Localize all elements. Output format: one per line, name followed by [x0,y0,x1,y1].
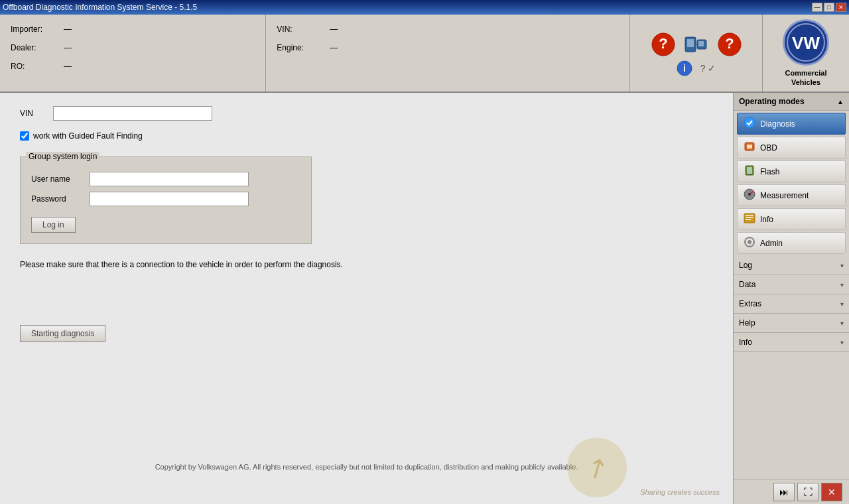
help-section: Help ▾ [734,314,849,333]
svg-text:VW: VW [792,33,820,53]
operating-modes-arrow-icon: ▲ [837,98,844,105]
guided-fault-row: work with Guided Fault Finding [20,131,713,141]
mode-admin-label: Admin [760,239,840,248]
info-arrow-icon: ▾ [840,339,844,346]
content-area: VIN work with Guided Fault Finding Group… [0,93,849,504]
close-icon: ✕ [828,487,836,497]
info-section: Info ▾ [734,333,849,352]
engine-label: Engine: [277,43,330,52]
help-red-icon[interactable]: ? [649,31,677,58]
importer-value: — [64,25,255,34]
mode-info-label: Info [760,215,840,224]
mode-obd-label: OBD [760,143,840,153]
connect-icon[interactable] [683,31,710,58]
vin-header-label: VIN: [277,25,330,34]
svg-text:?: ? [659,35,667,52]
info-red-icon[interactable]: ? [716,31,744,58]
question-mark-icon[interactable]: ? ✓ [699,61,718,76]
engine-value: — [330,43,619,52]
log-arrow-icon: ▾ [840,262,844,269]
password-label: Password [31,194,84,204]
svg-point-20 [748,193,751,196]
window-close-button[interactable]: ✕ [836,3,846,12]
header-icons: ? ? [630,15,763,92]
mode-measurement-label: Measurement [760,191,840,200]
dealer-label: Dealer: [11,43,64,52]
guided-fault-checkbox[interactable] [20,131,29,141]
data-section-header[interactable]: Data ▾ [734,275,849,294]
help-arrow-icon: ▾ [840,320,844,327]
minimize-button[interactable]: — [812,3,822,12]
info-section-header[interactable]: Info ▾ [734,333,849,351]
svg-rect-3 [687,39,694,47]
help-section-header[interactable]: Help ▾ [734,314,849,332]
login-button[interactable]: Log in [31,217,76,233]
extras-label: Extras [739,299,761,308]
forward-icon: ⏭ [779,487,789,497]
flash-icon [743,164,756,178]
svg-point-13 [744,117,755,128]
header-icons-row2: i ? ✓ [675,61,718,76]
data-section: Data ▾ [734,275,849,294]
op-modes-list: Diagnosis OBD [734,111,849,256]
vin-label: VIN [20,109,46,118]
username-row: User name [31,172,300,186]
sidebar-close-button[interactable]: ✕ [821,483,842,501]
password-row: Password [31,192,300,206]
maximize-button[interactable]: □ [824,3,834,12]
notice-text: Please make sure that there is a connect… [20,260,484,269]
svg-text:i: i [683,63,686,74]
password-input[interactable] [90,192,249,206]
svg-point-26 [748,240,751,244]
extras-section: Extras ▾ [734,294,849,314]
extras-section-header[interactable]: Extras ▾ [734,294,849,313]
main-panel: VIN work with Guided Fault Finding Group… [0,93,733,504]
svg-rect-23 [746,217,753,218]
operating-modes-label: Operating modes [739,97,805,106]
svg-rect-18 [748,174,751,175]
info-label: Info [739,338,752,347]
info-blue-icon[interactable]: i [675,61,694,76]
log-label: Log [739,261,752,270]
help-label: Help [739,318,755,328]
operating-modes-header[interactable]: Operating modes ▲ [734,93,849,111]
right-sidebar: Operating modes ▲ Diagnosis [733,93,849,504]
vin-row: VIN [20,106,713,121]
vin-header-value: — [330,25,619,34]
header-logo: VW CommercialVehicles [763,15,849,92]
mode-admin-button[interactable]: Admin [737,232,846,254]
mode-diagnosis-button[interactable]: Diagnosis [737,113,846,135]
mode-info-button[interactable]: Info [737,208,846,230]
zoom-button[interactable]: ⛶ [797,483,818,501]
info-mode-icon [743,212,756,226]
header-icons-row1: ? ? [649,31,744,58]
titlebar-title: Offboard Diagnostic Information System S… [3,3,197,12]
username-input[interactable] [90,172,249,186]
username-label: User name [31,174,84,184]
header-left: Importer: — Dealer: — RO: — [0,15,266,92]
mode-diagnosis-label: Diagnosis [760,119,840,129]
app: Importer: — Dealer: — RO: — VIN: — Engin… [0,15,849,504]
measurement-icon [743,188,756,202]
extras-arrow-icon: ▾ [840,300,844,308]
bottom-toolbar: ⏭ ⛶ ✕ [734,479,849,504]
data-arrow-icon: ▾ [840,281,844,288]
svg-rect-22 [746,215,753,216]
watermark-icon: ↗ [556,427,638,504]
forward-button[interactable]: ⏭ [773,483,795,501]
dealer-value: — [64,43,255,52]
group-login-legend: Group system login [26,152,99,161]
mode-obd-button[interactable]: OBD [737,137,846,158]
data-label: Data [739,280,755,289]
log-section-header[interactable]: Log ▾ [734,256,849,275]
mode-flash-button[interactable]: Flash [737,160,846,182]
start-diagnosis-button[interactable]: Starting diagnosis [20,325,105,342]
vw-logo-icon: VW [783,19,829,66]
commercial-vehicles-label: CommercialVehicles [785,68,827,88]
vin-input[interactable] [53,106,212,121]
ro-value: — [64,62,255,71]
mode-measurement-button[interactable]: Measurement [737,184,846,206]
titlebar-controls: — □ ✕ [812,3,846,12]
log-section: Log ▾ [734,256,849,275]
svg-rect-15 [747,145,752,149]
